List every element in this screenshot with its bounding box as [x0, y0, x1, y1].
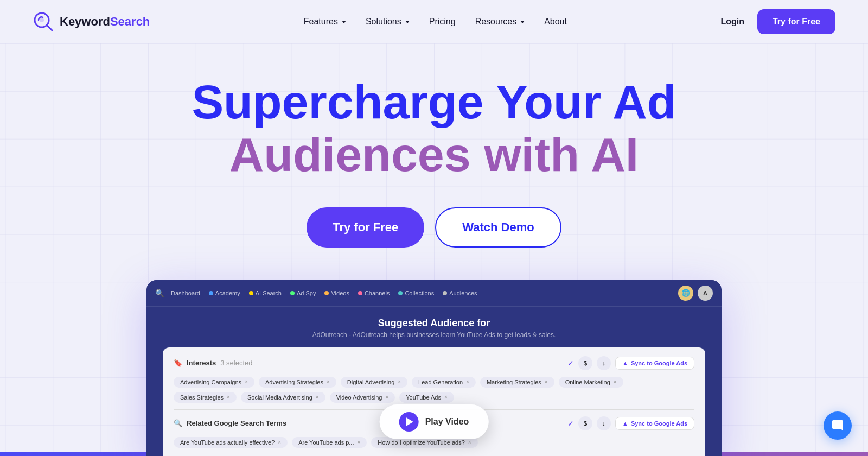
app-card: 🔖 Interests 3 selected ✓ $ ↓ ▲ Sync to G…: [163, 347, 705, 456]
avatar: A: [698, 286, 713, 301]
interests-actions: ✓ $ ↓ ▲ Sync to Google Ads: [567, 356, 694, 370]
svg-point-2: [40, 18, 44, 22]
tab-collections[interactable]: Collections: [398, 290, 434, 296]
tag-lead-generation[interactable]: Lead Generation ×: [412, 377, 476, 388]
interests-tags-2: Sales Strategies × Social Media Advertis…: [174, 392, 694, 403]
tag-related-2[interactable]: Are YouTube ads p... ×: [292, 437, 367, 448]
tab-dot-icon: [324, 291, 329, 295]
dollar-icon: $: [578, 356, 592, 370]
logo-link[interactable]: KeywordSearch: [33, 11, 150, 33]
hero-section: Supercharge Your Ad Audiences with AI Tr…: [0, 43, 868, 456]
tag-digital-advertising[interactable]: Digital Advertising ×: [341, 377, 407, 388]
tab-dot-icon: [398, 291, 403, 295]
sync-google-ads-button-2[interactable]: ▲ Sync to Google Ads: [615, 417, 694, 430]
try-free-hero-button[interactable]: Try for Free: [307, 207, 424, 248]
play-icon: [399, 412, 419, 432]
chevron-down-icon: [405, 21, 410, 23]
nav-solutions[interactable]: Solutions: [366, 17, 410, 27]
search-icon: 🔍: [155, 289, 164, 297]
tag-online-marketing[interactable]: Online Marketing ×: [559, 377, 623, 388]
avatar-flag: 🌐: [678, 286, 693, 301]
tag-sales-strategies[interactable]: Sales Strategies ×: [174, 392, 237, 403]
nav-right: Login Try for Free: [720, 9, 835, 34]
bookmark-icon: 🔖: [174, 359, 182, 367]
logo-icon: [33, 11, 54, 33]
tab-dot-icon: [443, 291, 447, 295]
app-topbar: 🔍 Dashboard Academy AI Search: [146, 280, 722, 307]
tab-channels[interactable]: Channels: [358, 290, 390, 296]
tab-collections-label: Collections: [405, 290, 434, 296]
interests-row: 🔖 Interests 3 selected ✓ $ ↓ ▲ Sync to G…: [174, 356, 694, 370]
tab-channels-label: Channels: [365, 290, 390, 296]
chevron-down-icon: [342, 21, 346, 23]
tag-marketing-strategies[interactable]: Marketing Strategies ×: [480, 377, 554, 388]
navbar: KeywordSearch Features Solutions Pricing…: [0, 0, 868, 43]
tab-ad-spy[interactable]: Ad Spy: [290, 290, 316, 296]
sync-google-ads-button[interactable]: ▲ Sync to Google Ads: [615, 357, 694, 370]
tab-ai-search-label: AI Search: [256, 290, 282, 296]
tab-videos-label: Videos: [331, 290, 349, 296]
interests-tags: Advertising Campaigns × Advertising Stra…: [174, 377, 694, 388]
check-icon: ✓: [567, 359, 574, 368]
try-free-nav-button[interactable]: Try for Free: [757, 9, 835, 34]
app-preview: 🔍 Dashboard Academy AI Search: [146, 280, 722, 456]
hero-buttons: Try for Free Watch Demo: [307, 207, 561, 248]
logo-text: KeywordSearch: [60, 15, 150, 29]
section-subtitle: AdOutreach - AdOutreach helps businesses…: [163, 331, 705, 339]
hero-title: Supercharge Your Ad Audiences with AI: [192, 76, 676, 181]
dollar-icon-2: $: [578, 416, 592, 430]
nav-features[interactable]: Features: [304, 17, 346, 27]
nav-about[interactable]: About: [544, 17, 567, 27]
svg-line-1: [47, 25, 52, 30]
download-icon-2: ↓: [597, 416, 611, 430]
tab-academy-label: Academy: [215, 290, 240, 296]
tag-advertising-campaigns[interactable]: Advertising Campaigns ×: [174, 377, 254, 388]
tab-dot-icon: [249, 291, 253, 295]
play-triangle-icon: [406, 417, 413, 426]
app-nav-tabs: Dashboard Academy AI Search Ad Spy: [171, 290, 672, 296]
chat-bubble[interactable]: [824, 411, 852, 440]
tab-ai-search[interactable]: AI Search: [249, 290, 282, 296]
google-ads-icon: ▲: [622, 360, 628, 366]
tab-ad-spy-label: Ad Spy: [297, 290, 316, 296]
chevron-down-icon: [520, 21, 525, 23]
related-terms-label: 🔍 Related Google Search Terms: [174, 419, 286, 427]
tab-dashboard[interactable]: Dashboard: [171, 290, 200, 296]
tab-videos[interactable]: Videos: [324, 290, 349, 296]
watch-demo-button[interactable]: Watch Demo: [435, 207, 561, 248]
nav-resources[interactable]: Resources: [475, 17, 525, 27]
play-video-label: Play Video: [425, 417, 469, 427]
tab-academy[interactable]: Academy: [209, 290, 240, 296]
nav-links: Features Solutions Pricing Resources Abo…: [304, 17, 567, 27]
tab-audiences-label: Audiences: [449, 290, 477, 296]
app-topbar-right: 🌐 A: [678, 286, 713, 301]
related-terms-actions: ✓ $ ↓ ▲ Sync to Google Ads: [567, 416, 694, 430]
tag-video-advertising[interactable]: Video Advertising ×: [330, 392, 395, 403]
tab-dot-icon: [358, 291, 362, 295]
interests-label: 🔖 Interests 3 selected: [174, 359, 252, 367]
google-ads-icon-2: ▲: [622, 420, 628, 427]
tag-social-media-advertising[interactable]: Social Media Advertising ×: [241, 392, 326, 403]
search-icon-small: 🔍: [174, 419, 182, 427]
tag-youtube-ads[interactable]: YouTube Ads ×: [399, 392, 454, 403]
login-link[interactable]: Login: [720, 17, 744, 27]
download-icon: ↓: [597, 356, 611, 370]
tab-dot-icon: [209, 291, 213, 295]
tag-advertising-strategies[interactable]: Advertising Strategies ×: [259, 377, 336, 388]
tab-dot-icon: [290, 291, 295, 295]
tab-dashboard-label: Dashboard: [171, 290, 200, 296]
nav-pricing[interactable]: Pricing: [429, 17, 456, 27]
check-icon-2: ✓: [567, 419, 574, 428]
section-title: Suggested Audience for: [163, 318, 705, 329]
tab-audiences[interactable]: Audiences: [443, 290, 477, 296]
play-video-overlay[interactable]: Play Video: [380, 404, 489, 439]
chat-icon: [831, 419, 844, 432]
tag-related-1[interactable]: Are YouTube ads actually effective? ×: [174, 437, 288, 448]
